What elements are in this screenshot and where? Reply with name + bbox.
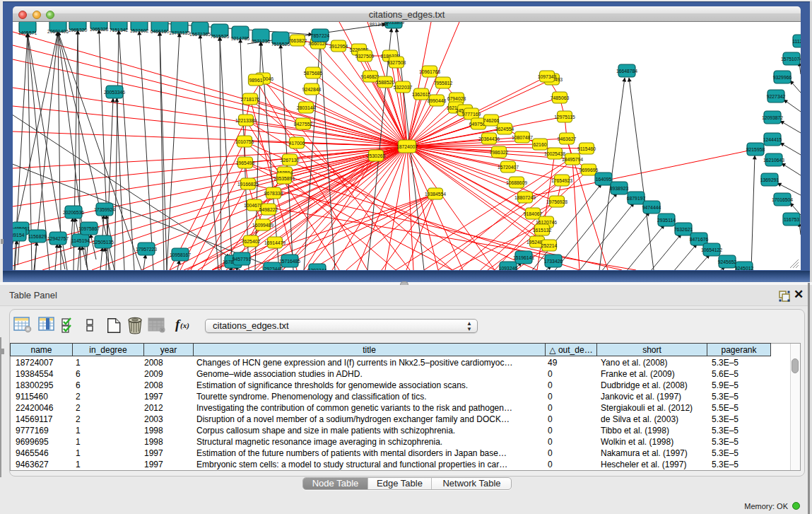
svg-text:16671365: 16671365 xyxy=(189,32,211,37)
svg-text:5498222: 5498222 xyxy=(259,207,278,212)
svg-text:15751074: 15751074 xyxy=(781,57,801,62)
svg-text:20206536: 20206536 xyxy=(63,210,84,215)
svg-text:1156829: 1156829 xyxy=(28,234,47,239)
svg-text:8938923: 8938923 xyxy=(610,186,629,191)
svg-text:2530263: 2530263 xyxy=(367,153,386,158)
svg-text:9245652: 9245652 xyxy=(718,259,737,264)
svg-text:2718176: 2718176 xyxy=(241,97,260,102)
svg-text:39154: 39154 xyxy=(13,233,25,238)
svg-text:116753: 116753 xyxy=(784,217,799,222)
svg-text:12923448: 12923448 xyxy=(261,267,283,271)
svg-text:17359924: 17359924 xyxy=(94,207,115,212)
svg-text:9457791: 9457791 xyxy=(233,257,252,262)
svg-text:1527602: 1527602 xyxy=(130,28,149,33)
svg-text:7986322: 7986322 xyxy=(490,150,509,155)
svg-text:1093246: 1093246 xyxy=(499,266,518,271)
svg-text:10958167: 10958167 xyxy=(170,252,191,257)
svg-text:1588520: 1588520 xyxy=(376,80,395,85)
svg-text:2935114: 2935114 xyxy=(657,218,676,223)
svg-text:9214785: 9214785 xyxy=(231,36,250,41)
svg-text:8813054: 8813054 xyxy=(370,22,389,27)
svg-text:19756928: 19756928 xyxy=(546,199,567,204)
svg-text:1112547: 1112547 xyxy=(792,39,801,44)
svg-text:1369291: 1369291 xyxy=(760,177,779,182)
svg-text:17654923: 17654923 xyxy=(551,178,572,183)
svg-text:12093872: 12093872 xyxy=(762,115,783,120)
svg-text:10961768: 10961768 xyxy=(419,69,440,74)
svg-text:18495794: 18495794 xyxy=(562,157,583,162)
svg-text:746266: 746266 xyxy=(483,118,500,123)
svg-text:7485063: 7485063 xyxy=(551,95,570,100)
svg-text:8215958: 8215958 xyxy=(746,147,765,152)
svg-text:15720407: 15720407 xyxy=(498,165,519,170)
svg-text:12942757: 12942757 xyxy=(47,236,69,241)
svg-text:16914479: 16914479 xyxy=(264,240,286,245)
svg-text:9327508: 9327508 xyxy=(387,60,406,65)
svg-text:8571236: 8571236 xyxy=(252,39,271,44)
svg-text:7515525: 7515525 xyxy=(271,42,290,47)
svg-text:1362615: 1362615 xyxy=(412,92,431,97)
svg-text:7151342: 7151342 xyxy=(110,28,129,33)
svg-text:417006: 417006 xyxy=(289,141,305,146)
svg-text:7663822: 7663822 xyxy=(288,38,307,43)
svg-text:164095: 164095 xyxy=(596,177,612,182)
svg-text:252214: 252214 xyxy=(541,243,558,248)
svg-text:20053346: 20053346 xyxy=(104,90,125,95)
svg-text:1145194: 1145194 xyxy=(71,238,90,243)
svg-text:1097343: 1097343 xyxy=(538,74,557,79)
svg-text:1965320: 1965320 xyxy=(69,28,88,33)
svg-text:9115460: 9115460 xyxy=(577,146,596,151)
svg-text:16210643: 16210643 xyxy=(763,158,784,163)
svg-text:16648784: 16648784 xyxy=(616,69,637,74)
svg-text:7955812: 7955812 xyxy=(434,81,453,86)
svg-text:19166825: 19166825 xyxy=(237,182,259,187)
svg-text:10807487: 10807487 xyxy=(512,135,533,140)
svg-text:9777169: 9777169 xyxy=(462,112,481,117)
svg-text:3912954: 3912954 xyxy=(329,44,348,49)
svg-text:8427552: 8427552 xyxy=(294,122,313,127)
svg-text:6466160: 6466160 xyxy=(151,29,170,34)
svg-text:17957223: 17957223 xyxy=(136,247,157,252)
svg-text:17016504: 17016504 xyxy=(772,197,793,202)
svg-text:(x): (x) xyxy=(180,321,189,330)
svg-text:9327509: 9327509 xyxy=(355,54,375,59)
svg-text:18807249: 18807249 xyxy=(514,195,536,200)
svg-text:7515525: 7515525 xyxy=(211,34,230,39)
svg-text:9474444: 9474444 xyxy=(642,205,661,210)
svg-text:8990448: 8990448 xyxy=(428,98,447,103)
svg-text:1244415: 1244415 xyxy=(763,137,782,142)
svg-text:8471676: 8471676 xyxy=(690,237,709,242)
svg-text:1965498: 1965498 xyxy=(236,160,255,165)
svg-text:9329966: 9329966 xyxy=(773,75,792,80)
svg-text:10688609: 10688609 xyxy=(506,180,527,185)
svg-text:1292344: 1292344 xyxy=(308,268,327,271)
svg-text:9245012: 9245012 xyxy=(735,266,754,271)
svg-text:18724007: 18724007 xyxy=(396,144,418,149)
svg-text:13535894: 13535894 xyxy=(273,176,295,181)
svg-text:9463627: 9463627 xyxy=(558,136,577,141)
svg-text:1010755: 1010755 xyxy=(235,139,254,144)
svg-text:7632621: 7632621 xyxy=(674,227,693,232)
svg-text:1615132: 1615132 xyxy=(533,228,552,233)
svg-text:1065328: 1065328 xyxy=(90,27,109,32)
svg-text:6794028: 6794028 xyxy=(447,96,466,101)
svg-text:20364436: 20364436 xyxy=(478,136,500,141)
svg-text:7625402: 7625402 xyxy=(242,239,261,244)
svg-text:5322037: 5322037 xyxy=(394,85,413,90)
svg-text:19384554: 19384554 xyxy=(425,192,446,197)
svg-text:9184067: 9184067 xyxy=(524,211,543,216)
svg-text:3624554: 3624554 xyxy=(495,127,514,132)
svg-text:10025438: 10025438 xyxy=(544,151,565,156)
svg-text:9227342: 9227342 xyxy=(767,94,786,99)
svg-text:6879197: 6879197 xyxy=(627,196,646,201)
svg-text:16099489: 16099489 xyxy=(252,223,273,228)
svg-text:9242848: 9242848 xyxy=(302,87,322,92)
svg-text:2803144: 2803144 xyxy=(297,105,316,110)
svg-text:5875685: 5875685 xyxy=(304,71,323,76)
svg-text:12213389: 12213389 xyxy=(235,118,257,123)
svg-text:7857224: 7857224 xyxy=(311,33,330,38)
svg-text:8678334: 8678334 xyxy=(264,191,283,196)
svg-text:98961: 98961 xyxy=(249,78,263,83)
svg-text:12975115: 12975115 xyxy=(554,115,575,119)
svg-text:12505135: 12505135 xyxy=(93,240,114,245)
